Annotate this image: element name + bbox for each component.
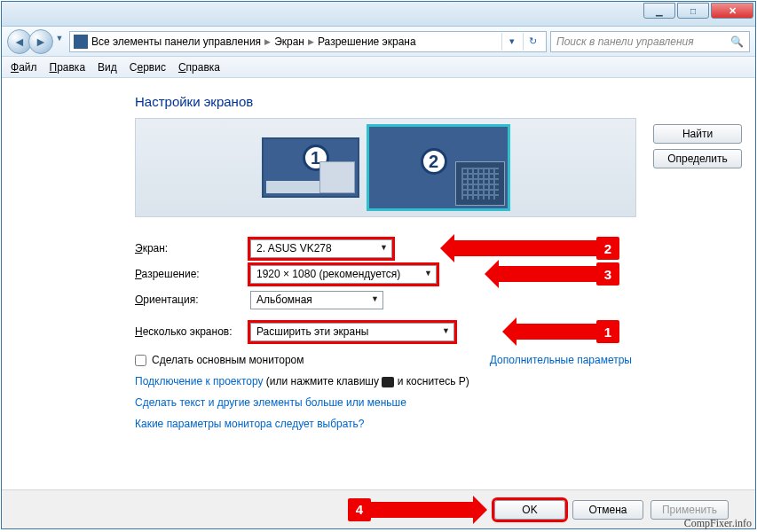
monitor-1[interactable]: 1: [262, 137, 359, 198]
text-size-link[interactable]: Сделать текст и другие элементы больше и…: [135, 396, 406, 409]
search-input[interactable]: Поиск в панели управления 🔍: [550, 31, 750, 52]
connect-projector-link[interactable]: Подключение к проектору: [135, 375, 264, 387]
projector-hint-text-2: и коснитесь P): [398, 375, 469, 387]
breadcrumb-display[interactable]: Экран: [274, 35, 304, 48]
chevron-right-icon[interactable]: ▶: [308, 37, 314, 46]
resolution-dropdown[interactable]: 1920 × 1080 (рекомендуется): [250, 265, 437, 284]
explorer-window: ◄ ► ▼ Все элементы панели управления ▶ Э…: [1, 1, 756, 529]
annotation-arrow-3: [499, 266, 596, 282]
monitor-layout-panel[interactable]: 1 2 Найти Определить: [135, 118, 636, 217]
page-title: Настройки экранов: [135, 94, 755, 109]
which-settings-link[interactable]: Какие параметры монитора следует выбрать…: [135, 418, 365, 430]
address-bar[interactable]: Все элементы панели управления ▶ Экран ▶…: [69, 31, 547, 52]
cancel-button[interactable]: Отмена: [572, 500, 643, 520]
annotation-badge-1: 1: [596, 320, 619, 343]
content-area: Настройки экранов 1 2 Найти Определить Э…: [2, 78, 755, 430]
projector-hint-text: (или нажмите клавишу: [266, 375, 382, 387]
settings-form: Экран: 2. ASUS VK278 2 Разрешение: 1920 …: [135, 237, 747, 430]
monitor-number-2: 2: [421, 148, 447, 175]
address-dropdown-icon[interactable]: ▾: [501, 33, 521, 51]
annotation-badge-4: 4: [348, 498, 371, 521]
maximize-button[interactable]: [677, 3, 709, 19]
advanced-settings-link[interactable]: Дополнительные параметры: [490, 354, 632, 366]
ok-button[interactable]: OK: [494, 500, 565, 520]
annotation-arrow-4: [371, 502, 473, 518]
menu-file[interactable]: Файл: [11, 61, 37, 74]
minimize-button[interactable]: [643, 3, 675, 19]
watermark-text: CompFixer.info: [684, 517, 752, 530]
menu-bar: Файл Правка Вид Сервис Справка: [2, 57, 755, 78]
menu-help[interactable]: Справка: [178, 61, 220, 74]
orientation-label: Ориентация:: [135, 293, 250, 306]
navigation-bar: ◄ ► ▼ Все элементы панели управления ▶ Э…: [2, 27, 755, 57]
dialog-footer: 4 OK Отмена Применить: [2, 489, 755, 528]
search-icon: 🔍: [730, 35, 744, 48]
refresh-icon[interactable]: ↻: [523, 33, 542, 51]
forward-button[interactable]: ►: [28, 29, 53, 54]
windows-key-icon: [382, 377, 394, 387]
history-dropdown-icon[interactable]: ▼: [53, 29, 66, 47]
search-placeholder: Поиск в панели управления: [556, 35, 694, 48]
annotation-arrow-2: [454, 240, 596, 256]
chevron-right-icon[interactable]: ▶: [264, 37, 271, 46]
resolution-label: Разрешение:: [135, 268, 250, 280]
identify-button[interactable]: Определить: [653, 149, 742, 168]
annotation-badge-3: 3: [596, 262, 619, 286]
make-primary-label: Сделать основным монитором: [152, 354, 304, 366]
menu-edit[interactable]: Правка: [50, 61, 86, 74]
close-button[interactable]: [711, 3, 753, 19]
annotation-arrow-1: [516, 324, 596, 340]
find-button[interactable]: Найти: [653, 124, 742, 144]
orientation-dropdown[interactable]: Альбомная: [250, 291, 383, 309]
screen-label: Экран:: [135, 242, 250, 254]
breadcrumb-root[interactable]: Все элементы панели управления: [91, 35, 261, 48]
menu-tools[interactable]: Сервис: [130, 61, 166, 74]
breadcrumb-resolution[interactable]: Разрешение экрана: [318, 35, 416, 48]
monitor-2-selected[interactable]: 2: [367, 124, 510, 211]
annotation-badge-2: 2: [596, 237, 619, 260]
control-panel-icon: [74, 35, 88, 49]
multi-label: Несколько экранов:: [135, 325, 250, 338]
make-primary-checkbox[interactable]: [135, 355, 146, 366]
screen-dropdown[interactable]: 2. ASUS VK278: [250, 239, 392, 258]
multiple-displays-dropdown[interactable]: Расширить эти экраны: [250, 323, 454, 341]
menu-view[interactable]: Вид: [98, 61, 117, 74]
titlebar: [2, 2, 755, 27]
